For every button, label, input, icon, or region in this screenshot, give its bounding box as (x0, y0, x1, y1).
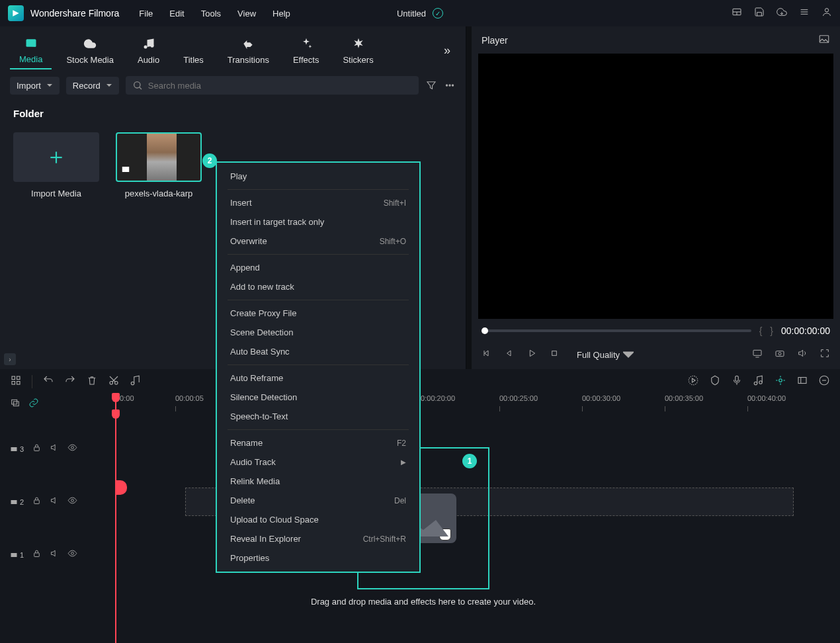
delete-icon[interactable] (86, 374, 98, 389)
display-icon[interactable] (752, 348, 763, 361)
fullscreen-icon[interactable] (819, 348, 830, 361)
ctx-append[interactable]: Append (217, 258, 419, 277)
volume-icon[interactable] (797, 348, 808, 361)
quality-dropdown[interactable]: Full Quality (577, 349, 634, 360)
play-icon[interactable] (526, 348, 537, 361)
visibility-icon[interactable] (67, 443, 77, 455)
menu-file[interactable]: File (139, 9, 153, 19)
saved-check-icon: ✓ (433, 8, 443, 19)
mute-icon[interactable] (50, 495, 60, 508)
svg-rect-64 (34, 553, 40, 557)
cut-icon[interactable] (108, 374, 120, 389)
menu-help[interactable]: Help (273, 9, 290, 19)
ctx-separator (228, 364, 409, 365)
track-stack-icon[interactable] (10, 398, 21, 411)
camera-icon[interactable] (775, 348, 785, 361)
cloud-download-icon[interactable] (777, 7, 787, 20)
ctx-rename[interactable]: RenameF2 (217, 433, 419, 452)
svg-point-11 (134, 82, 140, 88)
collapse-icon[interactable] (818, 374, 830, 389)
audio-detach-icon[interactable] (130, 374, 142, 389)
menu-edit[interactable]: Edit (169, 9, 184, 19)
ctx-auto-beat-sync[interactable]: Auto Beat Sync (217, 342, 419, 361)
clip-thumb[interactable] (116, 132, 202, 182)
link-icon[interactable] (28, 398, 39, 411)
snapshot-icon[interactable] (818, 33, 830, 47)
expand-sidebar-icon[interactable]: › (4, 353, 16, 365)
svg-rect-27 (753, 350, 761, 355)
tab-stickers[interactable]: Stickers (333, 32, 382, 69)
menu-tools[interactable]: Tools (201, 9, 221, 19)
grid-icon[interactable] (10, 374, 22, 389)
ctx-relink-media[interactable]: Relink Media (217, 472, 419, 491)
mic-icon[interactable] (731, 374, 743, 389)
lock-icon[interactable] (32, 495, 42, 508)
svg-point-10 (150, 44, 153, 48)
ctx-delete[interactable]: DeleteDel (217, 491, 419, 510)
import-media-item[interactable]: Import Media (13, 132, 99, 359)
scrubber[interactable] (482, 329, 751, 332)
clip-name: pexels-vlada-karp (125, 189, 193, 198)
ctx-properties[interactable]: Properties (217, 548, 419, 568)
ruler-tick: 00:00:20:00 (417, 394, 455, 402)
record-dropdown[interactable]: Record (66, 77, 119, 95)
more-icon[interactable] (444, 79, 456, 91)
import-dropdown[interactable]: Import (10, 77, 60, 95)
magnet-icon[interactable] (775, 374, 786, 389)
svg-rect-60 (34, 500, 40, 504)
import-thumb[interactable] (13, 132, 99, 182)
save-icon[interactable] (754, 7, 765, 20)
layout-icon[interactable] (732, 7, 742, 20)
hamburger-icon[interactable] (799, 7, 810, 20)
ctx-insert[interactable]: InsertShift+I (217, 193, 419, 212)
ctx-upload-to-cloud-space[interactable]: Upload to Cloud Space (217, 510, 419, 529)
ctx-overwrite[interactable]: OverwriteShift+O (217, 232, 419, 251)
tab-titles[interactable]: Titles (174, 32, 213, 69)
stop-icon[interactable] (549, 348, 560, 361)
tab-effects[interactable]: Effects (284, 32, 329, 69)
marker-icon[interactable] (709, 374, 721, 389)
ctx-scene-detection[interactable]: Scene Detection (217, 323, 419, 342)
ctx-create-proxy-file[interactable]: Create Proxy File (217, 304, 419, 323)
tabs-overflow-icon[interactable]: » (439, 38, 456, 63)
undo-icon[interactable] (42, 374, 54, 389)
playhead-line[interactable] (115, 411, 116, 643)
ctx-insert-in-target-track-only[interactable]: Insert in target track only (217, 212, 419, 232)
step-back-icon[interactable] (504, 348, 515, 361)
tab-media[interactable]: Media (10, 32, 52, 69)
preview-viewport[interactable] (478, 54, 833, 319)
ctx-audio-track[interactable]: Audio Track▶ (217, 452, 419, 472)
context-menu: PlayInsertShift+IInsert in target track … (216, 161, 421, 573)
redo-icon[interactable] (64, 374, 76, 389)
visibility-icon[interactable] (67, 495, 77, 508)
svg-point-44 (779, 379, 782, 382)
lock-icon[interactable] (32, 443, 42, 455)
mute-icon[interactable] (50, 443, 60, 455)
menu-view[interactable]: View (237, 9, 256, 19)
in-bracket-icon[interactable]: { (759, 325, 763, 336)
search-box[interactable] (126, 76, 419, 95)
ctx-silence-detection[interactable]: Silence Detection (217, 388, 419, 407)
fit-icon[interactable] (796, 374, 808, 389)
titlebar: Wondershare Filmora File Edit Tools View… (0, 0, 840, 26)
tab-stock-media[interactable]: Stock Media (57, 32, 123, 69)
ctx-auto-reframe[interactable]: Auto Reframe (217, 368, 419, 388)
ctx-speech-to-text[interactable]: Speech-to-Text (217, 407, 419, 426)
audio-mix-icon[interactable] (753, 374, 765, 389)
tab-audio[interactable]: Audio (128, 32, 169, 69)
out-bracket-icon[interactable]: } (770, 325, 773, 336)
svg-rect-56 (34, 447, 40, 451)
render-icon[interactable] (687, 374, 699, 389)
ctx-play[interactable]: Play (217, 167, 419, 186)
filter-icon[interactable] (425, 79, 437, 91)
mute-icon[interactable] (50, 548, 60, 561)
user-icon[interactable] (821, 7, 832, 20)
search-input[interactable] (148, 81, 412, 91)
media-clip-item[interactable]: pexels-vlada-karp (116, 132, 202, 359)
ctx-add-to-new-track[interactable]: Add to new track (217, 277, 419, 296)
visibility-icon[interactable] (67, 548, 77, 561)
prev-frame-icon[interactable] (482, 348, 492, 361)
lock-icon[interactable] (32, 548, 42, 561)
tab-transitions[interactable]: Transitions (218, 32, 278, 69)
ctx-reveal-in-explorer[interactable]: Reveal In ExplorerCtrl+Shift+R (217, 529, 419, 548)
